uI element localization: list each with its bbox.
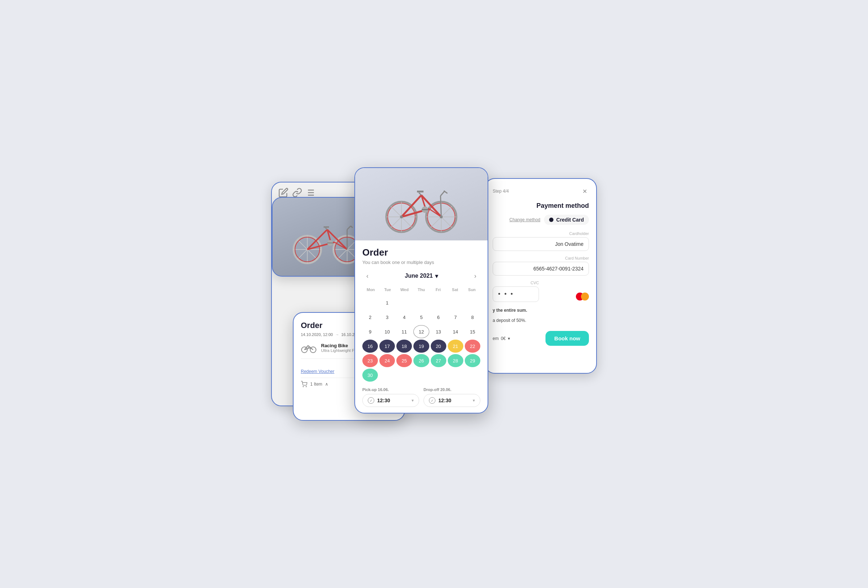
item-count-label: 1 Item (310, 382, 322, 387)
cal-date-29[interactable]: 29 (465, 354, 480, 367)
cal-date-30[interactable]: 30 (362, 369, 378, 382)
svg-point-33 (308, 347, 310, 349)
cal-date-2[interactable]: 2 (362, 311, 378, 324)
pickup-time-select[interactable]: ✓ 12:30 ▾ (362, 394, 419, 407)
cal-empty (413, 296, 429, 309)
cardholder-label: Cardholder (493, 231, 589, 236)
redeem-voucher-link[interactable]: Redeem Voucher (301, 369, 334, 374)
svg-line-55 (419, 193, 421, 195)
day-mon: Mon (362, 286, 379, 293)
pickup-field: Pick-up 16.06. ✓ 12:30 ▾ (362, 387, 419, 407)
credit-card-label: Credit Card (557, 217, 584, 223)
cal-date-9[interactable]: 9 (362, 325, 378, 338)
svg-point-35 (306, 386, 307, 387)
cal-date-5[interactable]: 5 (413, 311, 429, 324)
cal-date-19[interactable]: 19 (413, 340, 429, 353)
close-button[interactable]: ✕ (580, 187, 589, 195)
cal-date-18[interactable]: 18 (396, 340, 412, 353)
payment-header: Step 4/4 ✕ (493, 187, 589, 195)
order-title: Order (301, 321, 323, 330)
prev-month-button[interactable]: ‹ (362, 271, 372, 281)
cal-date-3[interactable]: 3 (379, 311, 395, 324)
link-icon (292, 188, 302, 198)
cal-date-8[interactable]: 8 (465, 311, 480, 324)
day-sun: Sun (464, 286, 480, 293)
dropoff-check-icon: ✓ (429, 397, 435, 404)
cal-date-20[interactable]: 20 (431, 340, 446, 353)
cal-empty (431, 296, 446, 309)
month-navigation: ‹ June 2021 ▾ › (362, 271, 480, 281)
cvc-field: CVC • • • (493, 281, 539, 302)
cal-empty (465, 296, 480, 309)
svg-line-17 (325, 228, 327, 229)
cal-date-24[interactable]: 24 (379, 354, 395, 367)
calendar-dates: 1 2 3 4 5 6 7 8 9 10 11 (362, 296, 480, 382)
payment-card: Step 4/4 ✕ Payment method Change method … (485, 178, 597, 374)
day-thu: Thu (413, 286, 430, 293)
arrow-icon: → (335, 332, 339, 337)
cal-date-13[interactable]: 13 (431, 325, 446, 338)
cal-date-23[interactable]: 23 (362, 354, 378, 367)
day-tue: Tue (379, 286, 396, 293)
month-label: June 2021 ▾ (404, 273, 438, 279)
card-number-label: Card Number (493, 256, 589, 260)
cal-date-22[interactable]: 22 (465, 340, 480, 353)
cal-date-11[interactable]: 11 (396, 325, 412, 338)
cal-date-10[interactable]: 10 (379, 325, 395, 338)
cal-date-27[interactable]: 27 (431, 354, 446, 367)
cal-date-4[interactable]: 4 (396, 311, 412, 324)
dropoff-time-select[interactable]: ✓ 12:30 ▾ (424, 394, 480, 407)
svg-point-60 (400, 216, 403, 218)
svg-point-61 (440, 216, 443, 218)
cal-date-7[interactable]: 7 (448, 311, 464, 324)
payment-item-count: em 0€ ▾ (493, 336, 510, 341)
chevron-up-icon: ∧ (325, 382, 328, 387)
cal-date-6[interactable]: 6 (431, 311, 446, 324)
cal-date-16[interactable]: 16 (362, 340, 378, 353)
cal-date-17[interactable]: 17 (379, 340, 395, 353)
cal-date-14[interactable]: 14 (448, 325, 464, 338)
calendar-subtitle: You can book one or multiple days (362, 260, 480, 265)
dropoff-chevron-icon: ▾ (473, 398, 475, 403)
calendar-grid: Mon Tue Wed Thu Fri Sat Sun 1 (362, 286, 480, 382)
card-number-field: Card Number (493, 256, 589, 276)
day-fri: Fri (430, 286, 447, 293)
pickup-check-icon: ✓ (368, 397, 374, 404)
payment-note-full: y the entire sum. (493, 307, 589, 313)
day-sat: Sat (447, 286, 464, 293)
share-icon (306, 188, 316, 198)
mastercard-logo (576, 293, 589, 300)
next-month-button[interactable]: › (470, 271, 480, 281)
pickup-dropoff-row: Pick-up 16.06. ✓ 12:30 ▾ Drop-off 20.06.… (362, 387, 480, 407)
card-number-input[interactable] (493, 262, 589, 276)
calendar-card: Order You can book one or multiple days … (354, 167, 488, 414)
cal-date-21[interactable]: 21 (448, 340, 464, 353)
cal-date-15[interactable]: 15 (465, 325, 480, 338)
dropoff-label: Drop-off 20.06. (424, 387, 480, 392)
price-label: 0€ (501, 336, 506, 341)
pickup-label: Pick-up 16.06. (362, 387, 419, 392)
change-method-link[interactable]: Change method (509, 217, 540, 222)
cardholder-input[interactable] (493, 237, 589, 251)
cal-empty (362, 296, 378, 309)
cvc-label: CVC (493, 281, 539, 285)
payment-title: Payment method (493, 202, 589, 210)
cal-date-28[interactable]: 28 (448, 354, 464, 367)
pickup-time-value: 12:30 (377, 397, 409, 403)
day-wed: Wed (396, 286, 413, 293)
mastercard-orange-circle (581, 293, 589, 300)
cal-date-12[interactable]: 12 (413, 325, 429, 338)
date-from: 14.10.2020, 12:00 (301, 332, 333, 337)
payment-step: Step 4/4 (493, 189, 509, 194)
credit-card-badge: Credit Card (544, 215, 589, 225)
item-label: em (493, 336, 499, 341)
cal-date-25[interactable]: 25 (396, 354, 412, 367)
cal-date-26[interactable]: 26 (413, 354, 429, 367)
svg-line-57 (440, 196, 441, 217)
item-count: 1 Item ∧ (301, 381, 328, 387)
payment-method-row: Change method Credit Card (493, 215, 589, 225)
cardholder-field: Cardholder (493, 231, 589, 251)
book-now-button[interactable]: Book now (545, 331, 589, 346)
cal-date-1[interactable]: 1 (379, 296, 395, 309)
calendar-book-button[interactable]: Book for 550,00€ (362, 413, 480, 414)
